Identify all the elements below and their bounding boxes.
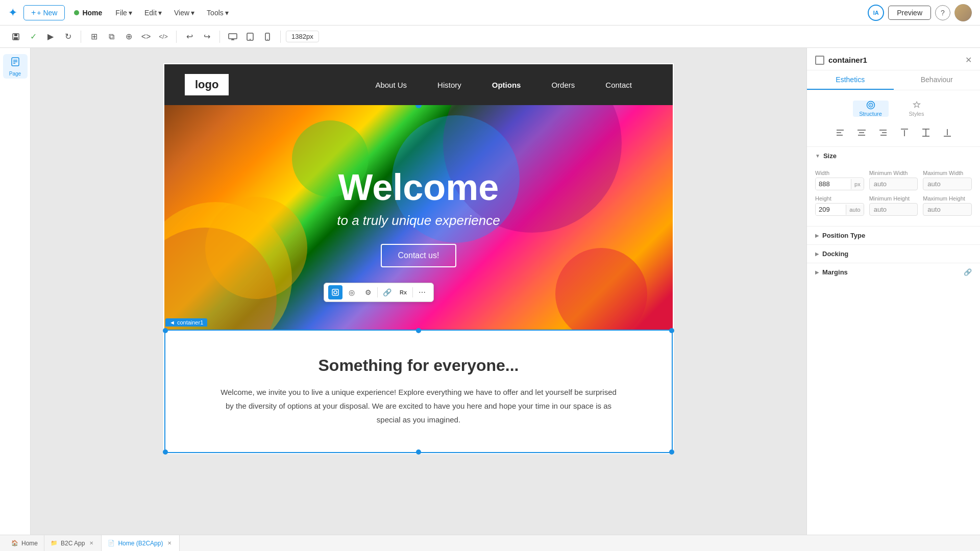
max-width-label: Maximum Width: [923, 170, 972, 176]
page-tool[interactable]: Page: [3, 54, 28, 79]
page-icon: [10, 57, 20, 69]
ia-button[interactable]: IA: [868, 5, 884, 21]
align-right-icon[interactable]: [875, 125, 891, 140]
min-width-label: Minimum Width: [869, 170, 918, 176]
structure-tab[interactable]: Structure: [853, 101, 889, 117]
svg-point-9: [267, 39, 268, 40]
more-tool-btn[interactable]: ⋯: [415, 285, 429, 299]
chevron-down-size: ▼: [815, 153, 820, 159]
redo-tool[interactable]: ↪: [199, 29, 214, 44]
handle-bottom-right[interactable]: [669, 449, 674, 455]
handle-top-center[interactable]: [416, 328, 421, 333]
page-label: Page: [9, 71, 21, 77]
docking-row[interactable]: ▶ Docking: [807, 244, 980, 263]
chevron-down-icon: ▾: [225, 9, 229, 17]
settings-tool-btn[interactable]: ⚙: [361, 285, 375, 299]
size-section-title[interactable]: ▼ Size: [815, 152, 972, 160]
mobile-view[interactable]: [260, 29, 275, 44]
chevron-down-icon: ▾: [129, 9, 132, 17]
plus-icon: +: [31, 8, 36, 17]
edit-menu[interactable]: Edit ▾: [140, 7, 166, 19]
svg-rect-3: [229, 34, 237, 39]
undo-tool[interactable]: ↩: [182, 29, 197, 44]
svg-rect-1: [14, 34, 17, 36]
close-panel-button[interactable]: ✕: [965, 55, 972, 65]
nav-link-about[interactable]: About Us: [375, 81, 407, 89]
align-distribute-icon[interactable]: [918, 125, 934, 140]
container-name-display: container1: [815, 56, 867, 65]
tablet-view[interactable]: [242, 29, 258, 44]
avatar[interactable]: [954, 4, 972, 21]
preview-button[interactable]: Preview: [888, 6, 931, 20]
docking-label: Docking: [822, 250, 848, 258]
grid-tool[interactable]: ⊞: [86, 29, 102, 44]
max-width-input[interactable]: [923, 178, 972, 190]
link-margins-icon: 🔗: [964, 268, 972, 276]
min-width-input[interactable]: [869, 178, 918, 190]
hero-cta-button[interactable]: Contact us!: [381, 244, 457, 267]
align-center-icon[interactable]: [854, 125, 869, 140]
chevron-right-docking: ▶: [815, 251, 819, 257]
max-height-label: Maximum Height: [923, 195, 972, 202]
svg-point-18: [870, 105, 871, 106]
code-tool[interactable]: <>: [138, 29, 154, 44]
margins-row[interactable]: ▶ Margins 🔗: [807, 263, 980, 281]
handle-bottom-left[interactable]: [163, 449, 168, 455]
nav-link-options[interactable]: Options: [492, 81, 521, 89]
navigation-bar: logo About Us History Options O: [164, 64, 673, 105]
align-left-icon[interactable]: [832, 125, 848, 140]
html-tool[interactable]: </>: [156, 29, 171, 44]
view-menu[interactable]: View ▾: [170, 7, 199, 19]
tab-esthetics[interactable]: Esthetics: [807, 70, 894, 90]
home-dot: [74, 10, 79, 15]
components-tool[interactable]: ⊕: [121, 29, 136, 44]
home-indicator[interactable]: Home: [69, 7, 107, 19]
height-input[interactable]: [816, 204, 846, 215]
handle-top-left[interactable]: [163, 328, 168, 333]
container1[interactable]: ◄ container1 Something for everyone... W…: [164, 330, 673, 453]
close-b2c-tab[interactable]: ✕: [88, 540, 95, 547]
tools-menu[interactable]: Tools ▾: [203, 7, 233, 19]
tab-b2c-app[interactable]: 📁 B2C App ✕: [44, 535, 102, 552]
position-type-row[interactable]: ▶ Position Type: [807, 226, 980, 244]
styles-tab[interactable]: Styles: [899, 101, 935, 117]
handle-bottom-center[interactable]: [416, 449, 421, 455]
chevron-down-icon: ▾: [191, 9, 194, 17]
width-label: Width: [815, 170, 864, 176]
align-top-icon[interactable]: [897, 125, 912, 140]
position-type-label: Position Type: [822, 232, 865, 239]
close-home-b2c-tab[interactable]: ✕: [166, 540, 173, 547]
save-tool[interactable]: [8, 29, 23, 44]
content-text: Welcome, we invite you to live a unique …: [216, 385, 621, 427]
nav-link-contact[interactable]: Contact: [605, 81, 632, 89]
lasso-tool-btn[interactable]: ◎: [345, 285, 359, 299]
tab-home-b2c[interactable]: 📄 Home (B2CApp) ✕: [102, 535, 180, 552]
nav-link-orders[interactable]: Orders: [551, 81, 575, 89]
play-tool[interactable]: ▶: [43, 29, 58, 44]
link-tool-btn[interactable]: 🔗: [380, 285, 394, 299]
content-title: Something for everyone...: [216, 356, 621, 375]
px-display: 1382px: [286, 31, 319, 42]
width-input[interactable]: [816, 178, 851, 190]
tab-home[interactable]: 🏠 Home: [5, 535, 44, 552]
floating-toolbar: ◎ ⚙ 🔗 Rx ⋯: [324, 283, 434, 302]
max-height-input[interactable]: [923, 203, 972, 216]
check-tool[interactable]: ✓: [26, 29, 41, 44]
nav-link-history[interactable]: History: [437, 81, 461, 89]
help-button[interactable]: ?: [935, 5, 950, 20]
rx-tool-btn[interactable]: Rx: [396, 285, 410, 299]
select-tool-btn[interactable]: [328, 285, 342, 299]
new-button[interactable]: + + New: [23, 5, 65, 20]
desktop-view[interactable]: [225, 29, 240, 44]
refresh-tool[interactable]: ↻: [60, 29, 76, 44]
svg-rect-14: [332, 289, 338, 295]
tab-behaviour[interactable]: Behaviour: [894, 70, 981, 90]
file-menu[interactable]: File ▾: [111, 7, 136, 19]
handle-top-right[interactable]: [669, 328, 674, 333]
min-height-input[interactable]: [869, 203, 918, 216]
align-bottom-icon[interactable]: [940, 125, 955, 140]
height-unit: auto: [846, 205, 863, 215]
layers-tool[interactable]: ⧉: [104, 29, 119, 44]
chevron-right-position: ▶: [815, 233, 819, 238]
svg-point-15: [334, 291, 337, 294]
